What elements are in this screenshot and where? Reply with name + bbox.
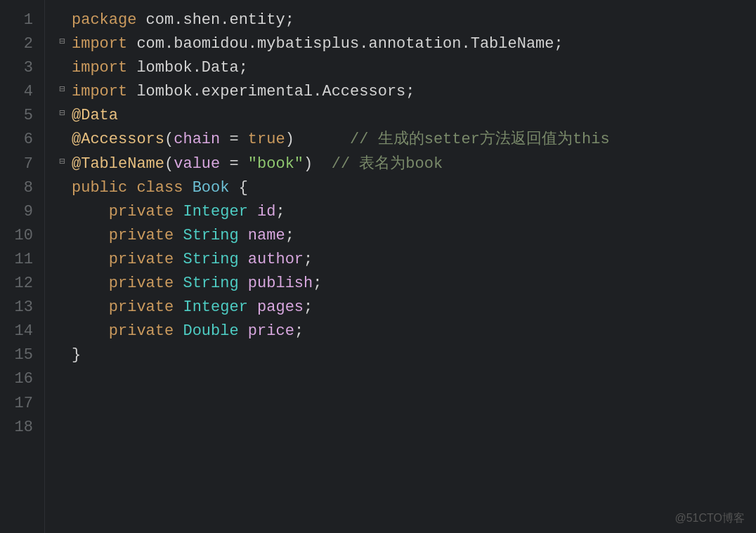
code-token: package: [72, 8, 136, 32]
line-number: 7: [6, 152, 33, 176]
code-token: price: [248, 320, 294, 343]
code-token: private: [109, 320, 174, 343]
code-token: [248, 296, 257, 320]
code-token: [174, 224, 183, 248]
code-token: ;: [294, 320, 304, 343]
code-token: public: [72, 176, 127, 200]
code-editor: 123456789101112131415161718 package com.…: [0, 0, 756, 533]
code-line: private Double price;: [59, 320, 756, 343]
code-token: (: [164, 152, 174, 176]
line-number: 16: [6, 367, 33, 391]
code-token: String: [183, 224, 238, 248]
code-token: [239, 224, 248, 248]
code-line: import lombok.Data;: [59, 56, 756, 80]
line-number: 4: [6, 80, 33, 104]
code-line: ⊟import com.baomidou.mybatisplus.annotat…: [59, 32, 756, 56]
code-token: private: [109, 296, 174, 320]
code-token: value: [174, 152, 220, 176]
line-number: 17: [6, 392, 33, 416]
code-token: lombok.experimental.Accessors;: [127, 80, 415, 104]
code-token: [174, 272, 183, 296]
code-token: [174, 296, 183, 320]
code-token: [174, 320, 183, 343]
code-line: private Integer pages;: [59, 296, 756, 320]
line-number: 6: [6, 128, 33, 152]
code-token: name: [248, 224, 285, 248]
line-number: 15: [6, 343, 33, 367]
line-number: 1: [6, 8, 33, 32]
code-token: @Data: [72, 104, 118, 128]
line-number: 2: [6, 32, 33, 56]
code-token: [239, 248, 248, 272]
code-token: private: [109, 224, 174, 248]
fold-icon[interactable]: ⊟: [59, 82, 70, 98]
code-token: publish: [248, 272, 313, 296]
code-token: class: [136, 176, 183, 200]
code-token: [72, 200, 109, 224]
code-area: package com.shen.entity;⊟import com.baom…: [45, 0, 756, 533]
code-token: ): [304, 152, 332, 176]
code-token: [248, 200, 257, 224]
code-token: [127, 176, 136, 200]
line-number: 10: [6, 224, 33, 248]
code-token: [72, 272, 109, 296]
code-token: (: [164, 128, 174, 152]
code-token: Book: [193, 176, 230, 200]
code-line: }: [59, 343, 756, 367]
code-token: com.shen.entity;: [136, 8, 294, 32]
line-number: 13: [6, 296, 33, 320]
code-token: // 生成的setter方法返回值为this: [350, 128, 610, 152]
code-token: [174, 200, 183, 224]
code-token: [174, 248, 183, 272]
code-line: @Accessors(chain = true) // 生成的setter方法返…: [59, 128, 756, 152]
code-token: [183, 176, 192, 200]
code-token: @Accessors: [72, 128, 164, 152]
code-token: com.baomidou.mybatisplus.annotation.Tabl…: [127, 32, 563, 56]
code-line: private String author;: [59, 248, 756, 272]
code-token: ;: [313, 272, 322, 296]
code-line: package com.shen.entity;: [59, 8, 756, 32]
code-line: private String publish;: [59, 272, 756, 296]
code-token: author: [248, 248, 304, 272]
code-token: String: [183, 248, 238, 272]
code-token: @TableName: [72, 152, 164, 176]
line-numbers: 123456789101112131415161718: [0, 0, 45, 533]
code-token: "book": [248, 152, 304, 176]
fold-icon[interactable]: ⊟: [59, 106, 70, 121]
code-token: [239, 272, 248, 296]
code-token: lombok.Data;: [127, 56, 248, 80]
line-number: 5: [6, 104, 33, 128]
code-token: [72, 320, 109, 343]
code-line: private String name;: [59, 224, 756, 248]
code-token: }: [72, 343, 81, 367]
code-line: ⊟@Data: [59, 104, 756, 128]
code-token: [239, 320, 248, 343]
code-token: [72, 296, 109, 320]
code-token: private: [109, 200, 174, 224]
code-token: ;: [304, 248, 313, 272]
code-token: id: [257, 200, 275, 224]
code-line: private Integer id;: [59, 200, 756, 224]
line-number: 14: [6, 320, 33, 343]
code-token: Integer: [183, 200, 247, 224]
code-line: ⊟@TableName(value = "book") // 表名为book: [59, 152, 756, 176]
code-token: [72, 248, 109, 272]
line-number: 9: [6, 200, 33, 224]
fold-icon[interactable]: ⊟: [59, 34, 70, 50]
watermark: @51CTO博客: [674, 510, 745, 527]
line-number: 11: [6, 248, 33, 272]
code-token: private: [109, 248, 174, 272]
code-token: import: [72, 80, 127, 104]
line-number: 3: [6, 56, 33, 80]
code-token: chain: [174, 128, 220, 152]
code-token: [72, 224, 109, 248]
line-number: 8: [6, 176, 33, 200]
code-token: =: [220, 152, 248, 176]
fold-icon[interactable]: ⊟: [59, 154, 70, 170]
code-token: ;: [275, 200, 285, 224]
code-token: private: [109, 272, 174, 296]
line-number: 18: [6, 416, 33, 440]
code-token: true: [248, 128, 285, 152]
code-token: Double: [183, 320, 238, 343]
code-token: =: [220, 128, 248, 152]
